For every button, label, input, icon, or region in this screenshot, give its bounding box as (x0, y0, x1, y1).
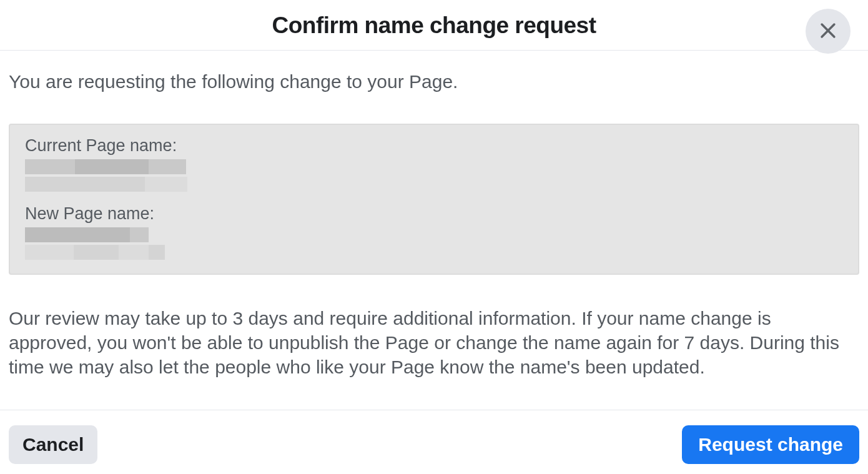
cancel-button[interactable]: Cancel (9, 425, 97, 464)
new-name-group: New Page name: (25, 204, 843, 260)
intro-text: You are requesting the following change … (9, 69, 859, 95)
confirm-name-change-dialog: Confirm name change request You are requ… (0, 0, 868, 474)
dialog-header: Confirm name change request (0, 0, 868, 51)
current-name-group: Current Page name: (25, 136, 843, 192)
dialog-body: You are requesting the following change … (0, 51, 868, 410)
new-name-value (25, 227, 843, 242)
dialog-footer: Cancel Request change (0, 410, 868, 474)
current-name-label: Current Page name: (25, 136, 843, 156)
new-name-value (25, 245, 843, 260)
new-name-label: New Page name: (25, 204, 843, 224)
dialog-title: Confirm name change request (272, 12, 596, 39)
current-name-value (25, 159, 843, 174)
name-change-summary-box: Current Page name: New Page name: (9, 124, 859, 275)
close-button[interactable] (806, 9, 851, 54)
close-icon (817, 20, 839, 43)
request-change-button[interactable]: Request change (682, 425, 859, 464)
review-info-text: Our review may take up to 3 days and req… (9, 306, 859, 379)
current-name-value (25, 177, 843, 192)
